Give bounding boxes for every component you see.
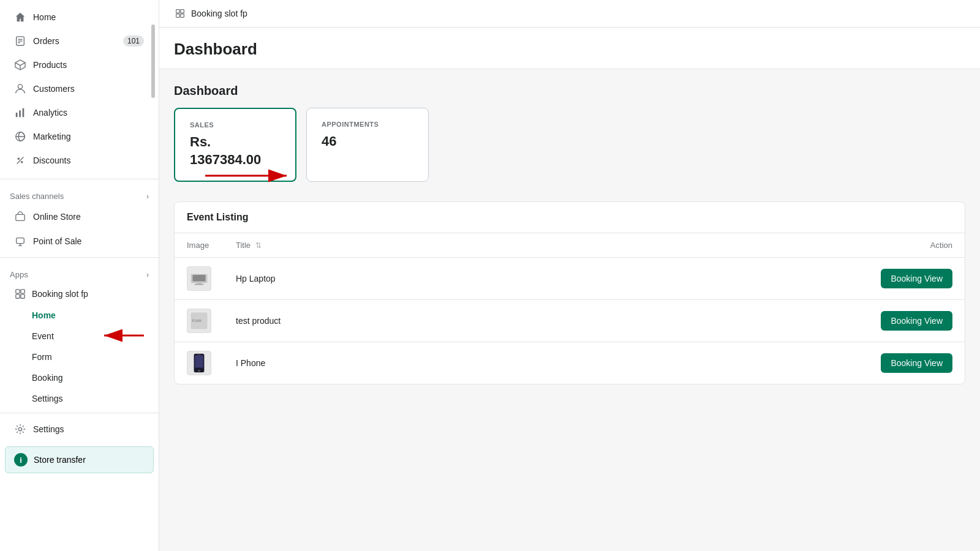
svg-point-10 [21,161,23,163]
scrollbar[interactable] [151,24,155,98]
col-title: Title ⇅ [224,233,535,258]
discounts-icon [15,155,26,166]
sidebar-subitem-form[interactable]: Form [5,347,154,367]
sidebar-subitem-settings[interactable]: Settings [5,389,154,408]
pos-label: Point of Sale [33,236,81,246]
sidebar-item-analytics[interactable]: Analytics [5,101,154,124]
svg-point-4 [18,84,22,89]
subitem-home-label: Home [32,310,56,320]
chevron-right-icon-apps: › [146,271,149,279]
subitem-booking-label: Booking [32,373,63,383]
row3-image [187,351,211,375]
event-listing-section: Event Listing Image Title ⇅ Action [174,201,965,384]
stats-row: SALES Rs. 1367384.00 APPOINTMENTS 46 [174,108,965,182]
sales-label: SALES [190,121,281,129]
sales-card: SALES Rs. 1367384.00 [174,108,296,182]
pos-icon [15,236,26,247]
event-table: Image Title ⇅ Action [175,233,965,384]
appointments-card: APPOINTMENTS 46 [306,108,429,182]
store-transfer-bar[interactable]: i Store transfer [5,446,154,473]
svg-rect-19 [21,294,24,298]
booking-view-btn-2[interactable]: Booking View [881,311,952,331]
booking-view-btn-1[interactable]: Booking View [881,269,952,288]
apps-label: Apps [10,270,28,279]
sidebar: Home Orders 101 Products Customers [0,0,159,551]
sales-value-line2: 1367384.00 [190,152,261,167]
svg-text:Kate: Kate [192,318,202,323]
sidebar-item-home[interactable]: Home [5,6,154,29]
row2-image-cell: Kate [175,300,224,342]
sales-channels-header[interactable]: Sales channels › [0,183,159,204]
sidebar-subitem-booking[interactable]: Booking [5,368,154,388]
svg-rect-6 [19,110,21,117]
svg-rect-24 [181,14,184,18]
row2-action-cell: Booking View [535,300,965,342]
page-header: Dashboard [159,28,980,69]
sales-channels-label: Sales channels [10,192,64,201]
svg-rect-22 [181,10,184,13]
orders-badge: 101 [123,36,144,47]
app-name-label: Booking slot fp [32,289,88,299]
col-image: Image [175,233,224,258]
svg-rect-7 [23,108,24,117]
svg-rect-34 [197,354,200,355]
chevron-right-icon: › [146,192,149,201]
svg-rect-18 [16,294,20,298]
analytics-icon [15,107,26,118]
discounts-label: Discounts [33,156,70,165]
booking-view-btn-3[interactable]: Booking View [881,353,952,373]
topbar-title: Booking slot fp [191,9,247,18]
orders-label: Orders [33,36,59,46]
svg-rect-28 [195,284,204,285]
sidebar-item-discounts[interactable]: Discounts [5,149,154,172]
appointments-value: 46 [322,133,413,151]
row3-action-cell: Booking View [535,342,965,384]
svg-rect-16 [16,290,20,293]
svg-point-33 [198,370,200,372]
store-transfer-label: Store transfer [34,455,86,465]
row1-image [187,266,211,291]
page-title: Dashboard [174,40,965,59]
subitem-settings-label: Settings [32,394,63,403]
svg-rect-21 [176,10,180,13]
subitem-form-label: Form [32,352,52,362]
sort-icon[interactable]: ⇅ [255,241,262,250]
sidebar-item-orders[interactable]: Orders 101 [5,29,154,53]
sidebar-item-settings[interactable]: Settings [5,418,154,441]
row1-title: Hp Laptop [224,258,535,300]
title-col-label: Title [236,241,251,250]
sidebar-item-marketing[interactable]: Marketing [5,125,154,148]
row3-image-cell [175,342,224,384]
customers-label: Customers [33,84,75,94]
online-store-icon [15,211,26,222]
svg-rect-5 [16,113,18,117]
svg-rect-26 [193,275,206,282]
apps-header[interactable]: Apps › [0,261,159,283]
appointments-label: APPOINTMENTS [322,121,413,128]
marketing-label: Marketing [33,132,70,141]
sidebar-item-online-store[interactable]: Online Store [5,205,154,228]
content-area: Dashboard SALES Rs. 1367384.00 APPOINTME… [159,69,980,399]
online-store-label: Online Store [33,212,81,222]
products-icon [15,59,26,70]
sales-value-line1: Rs. [190,134,211,149]
app-icon [15,288,26,299]
sidebar-subitem-home[interactable]: Home [5,305,154,325]
row1-action-cell: Booking View [535,258,965,300]
home-icon [15,12,26,23]
app-header: Booking slot fp [5,283,154,304]
sidebar-item-customers[interactable]: Customers [5,77,154,100]
analytics-label: Analytics [33,108,67,118]
table-row: Kate test product Booking View [175,300,965,342]
svg-rect-17 [21,290,24,293]
sidebar-item-products[interactable]: Products [5,53,154,77]
info-icon: i [14,453,28,467]
home-label: Home [33,12,56,22]
sidebar-subitem-event[interactable]: Event [5,326,154,346]
svg-point-9 [18,158,20,160]
settings-label: Settings [33,424,64,434]
sidebar-item-pos[interactable]: Point of Sale [5,230,154,253]
settings-icon [15,424,26,435]
topbar-app-icon [174,7,186,20]
orders-icon [15,36,26,47]
